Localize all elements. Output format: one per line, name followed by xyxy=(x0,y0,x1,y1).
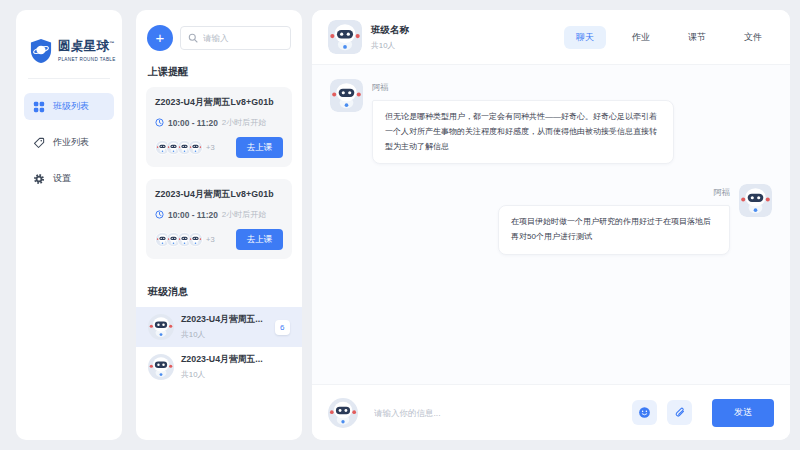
student-avatars xyxy=(155,140,203,155)
conversation-title: Z2023-U4月营周五... xyxy=(181,314,263,326)
class-title: Z2023-U4月营周五Lv8+G01b xyxy=(155,189,283,201)
sidebar-item-label: 作业列表 xyxy=(53,136,89,149)
gear-icon xyxy=(33,173,45,185)
clock-icon xyxy=(155,210,164,219)
avatar xyxy=(148,314,174,340)
avatar xyxy=(739,184,772,217)
search-input[interactable] xyxy=(203,33,283,43)
logo-shield-icon xyxy=(30,38,52,64)
sender-name: 阿福 xyxy=(498,187,730,198)
member-count: 共10人 xyxy=(181,369,263,380)
avatar xyxy=(188,232,203,247)
avatar xyxy=(148,354,174,380)
chat-message: 阿福 但无论是哪种类型用户，都一定会有同种共性——好奇心。好奇心足以牵引着一个人… xyxy=(330,79,772,164)
class-avatar xyxy=(328,20,362,54)
message-bubble: 但无论是哪种类型用户，都一定会有同种共性——好奇心。好奇心足以牵引着一个人对所产… xyxy=(372,100,674,164)
tab-files[interactable]: 文件 xyxy=(732,26,774,49)
smiley-icon xyxy=(638,406,651,419)
sidebar: 圆桌星球™ PLANET ROUND TABLE 班级列表 作业列表 设置 xyxy=(16,10,122,440)
send-button[interactable]: 发送 xyxy=(712,399,774,427)
tab-homework[interactable]: 作业 xyxy=(620,26,662,49)
tab-chat[interactable]: 聊天 xyxy=(564,26,606,49)
sidebar-item-label: 设置 xyxy=(53,172,71,185)
extra-count: +3 xyxy=(206,235,215,244)
chat-header: 班级名称 共10人 聊天 作业 课节 文件 xyxy=(312,10,790,65)
emoji-button[interactable] xyxy=(632,400,657,425)
class-reminder-card[interactable]: Z2023-U4月营周五Lv8+G01b 10:00 - 11:20 2小时后开… xyxy=(146,179,292,259)
message-input[interactable] xyxy=(368,408,622,418)
divider xyxy=(28,78,110,79)
class-title: Z2023-U4月营周五Lv8+G01b xyxy=(155,97,283,109)
chat-tabs: 聊天 作业 课节 文件 xyxy=(564,26,774,49)
clock-icon xyxy=(155,118,164,127)
extra-count: +3 xyxy=(206,143,215,152)
app-subtitle: PLANET ROUND TABLE xyxy=(58,57,116,62)
go-to-class-button[interactable]: 去上课 xyxy=(236,137,284,158)
chat-title: 班级名称 xyxy=(371,24,409,37)
paperclip-icon xyxy=(673,406,686,419)
sidebar-item-settings[interactable]: 设置 xyxy=(24,165,114,192)
sender-name: 阿福 xyxy=(372,82,674,93)
chat-message-list: 阿福 但无论是哪种类型用户，都一定会有同种共性——好奇心。好奇心足以牵引着一个人… xyxy=(312,65,790,384)
tab-lessons[interactable]: 课节 xyxy=(676,26,718,49)
attachment-button[interactable] xyxy=(667,400,692,425)
search-box[interactable] xyxy=(180,26,291,50)
chat-member-count: 共10人 xyxy=(371,40,409,51)
class-message-row[interactable]: Z2023-U4月营周五... 共10人 xyxy=(136,347,302,387)
class-start-hint: 2小时后开始 xyxy=(222,209,266,220)
class-time: 10:00 - 11:20 xyxy=(168,118,218,128)
app-title: 圆桌星球™ xyxy=(58,38,116,55)
chat-message: 阿福 在项目伊始时做一个用户研究的作用好过于在项目落地后再对50个用户进行测试 xyxy=(330,184,772,255)
sidebar-item-class-list[interactable]: 班级列表 xyxy=(24,93,114,120)
class-time: 10:00 - 11:20 xyxy=(168,210,218,220)
chat-panel: 班级名称 共10人 聊天 作业 课节 文件 阿福 但无论是哪种类型用户，都一定会… xyxy=(312,10,790,440)
sidebar-item-label: 班级列表 xyxy=(53,100,89,113)
search-icon xyxy=(188,33,198,43)
student-avatars xyxy=(155,232,203,247)
messages-section-title: 班级消息 xyxy=(136,271,302,307)
go-to-class-button[interactable]: 去上课 xyxy=(236,229,284,250)
conversation-title: Z2023-U4月营周五... xyxy=(181,354,263,366)
message-bubble: 在项目伊始时做一个用户研究的作用好过于在项目落地后再对50个用户进行测试 xyxy=(498,205,730,255)
app-logo: 圆桌星球™ PLANET ROUND TABLE xyxy=(16,10,122,64)
user-avatar xyxy=(328,398,358,428)
avatar xyxy=(188,140,203,155)
tag-icon xyxy=(33,137,45,149)
class-reminder-card[interactable]: Z2023-U4月营周五Lv8+G01b 10:00 - 11:20 2小时后开… xyxy=(146,87,292,167)
unread-badge: 6 xyxy=(275,320,290,335)
sidebar-nav: 班级列表 作业列表 设置 xyxy=(16,93,122,192)
member-count: 共10人 xyxy=(181,329,263,340)
reminder-section-title: 上课提醒 xyxy=(136,51,302,87)
class-panel: + 上课提醒 Z2023-U4月营周五Lv8+G01b 10:00 - 11:2… xyxy=(136,10,302,440)
trademark-mark: ™ xyxy=(109,40,114,46)
chat-input-bar: 发送 xyxy=(312,384,790,440)
sidebar-item-homework-list[interactable]: 作业列表 xyxy=(24,129,114,156)
grid-icon xyxy=(33,101,45,113)
class-start-hint: 2小时后开始 xyxy=(222,117,266,128)
class-message-row[interactable]: Z2023-U4月营周五... 共10人 6 xyxy=(136,307,302,347)
avatar xyxy=(330,79,363,112)
add-button[interactable]: + xyxy=(147,25,173,51)
